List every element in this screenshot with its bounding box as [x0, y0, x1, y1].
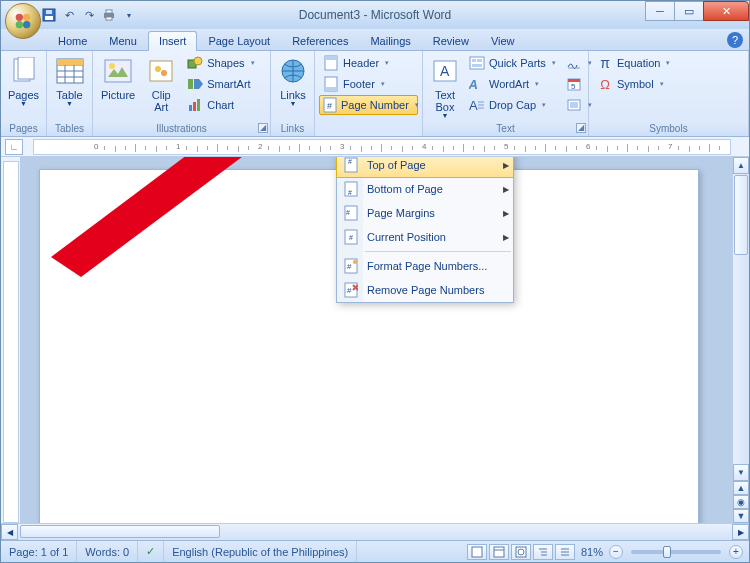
chart-button[interactable]: Chart — [183, 95, 258, 115]
scroll-left-button[interactable]: ◀ — [1, 524, 18, 540]
close-button[interactable]: ✕ — [703, 1, 749, 21]
chevron-down-icon: ▾ — [251, 59, 255, 67]
tab-references[interactable]: References — [281, 31, 359, 50]
tab-selector[interactable]: ∟ — [5, 139, 23, 155]
chevron-down-icon: ▾ — [542, 101, 546, 109]
maximize-button[interactable]: ▭ — [674, 1, 704, 21]
vertical-scrollbar[interactable]: ▲ ▼ ▲ ◉ ▼ — [732, 157, 749, 523]
view-full-screen[interactable] — [489, 544, 509, 560]
view-outline[interactable] — [533, 544, 553, 560]
tab-mailings[interactable]: Mailings — [359, 31, 421, 50]
dialog-launcher-icon[interactable]: ◢ — [258, 123, 268, 133]
view-draft[interactable] — [555, 544, 575, 560]
redo-icon[interactable]: ↷ — [81, 7, 97, 23]
wordart-button[interactable]: AWordArt▾ — [465, 74, 560, 94]
zoom-out-button[interactable]: − — [609, 545, 623, 559]
group-header-footer: Header▾ Footer▾ #Page Number▾ Header & F… — [315, 51, 423, 136]
svg-rect-32 — [197, 99, 200, 111]
tab-insert[interactable]: Insert — [148, 31, 198, 51]
status-proofing[interactable]: ✓ — [138, 541, 164, 562]
menu-remove-page-numbers[interactable]: # Remove Page Numbers — [337, 278, 513, 302]
scroll-right-button[interactable]: ▶ — [732, 524, 749, 540]
svg-rect-74 — [494, 547, 504, 557]
minimize-button[interactable]: ─ — [645, 1, 675, 21]
smartart-button[interactable]: SmartArt — [183, 74, 258, 94]
remove-numbers-icon: # — [341, 282, 361, 298]
help-button[interactable]: ? — [727, 32, 743, 48]
menu-top-of-page[interactable]: # Top of Page ▶ — [336, 157, 514, 178]
svg-text:#: # — [327, 101, 332, 111]
view-web-layout[interactable] — [511, 544, 531, 560]
svg-text:#: # — [348, 158, 352, 165]
symbol-button[interactable]: ΩSymbol▾ — [593, 74, 674, 94]
dropcap-button[interactable]: ADrop Cap▾ — [465, 95, 560, 115]
zoom-slider[interactable] — [631, 550, 721, 554]
footer-button[interactable]: Footer▾ — [319, 74, 418, 94]
group-label-text: Text◢ — [423, 121, 588, 136]
svg-rect-45 — [472, 64, 482, 67]
status-page[interactable]: Page: 1 of 1 — [1, 541, 77, 562]
current-position-icon: # — [341, 229, 361, 245]
qat-more-icon[interactable]: ▾ — [121, 7, 137, 23]
tab-page-layout[interactable]: Page Layout — [197, 31, 281, 50]
header-button[interactable]: Header▾ — [319, 53, 418, 73]
zoom-in-button[interactable]: + — [729, 545, 743, 559]
undo-icon[interactable]: ↶ — [61, 7, 77, 23]
top-of-page-icon: # — [341, 157, 361, 173]
status-language[interactable]: English (Republic of the Philippines) — [164, 541, 357, 562]
menu-bottom-of-page[interactable]: # Bottom of Page ▶ — [337, 177, 513, 201]
menu-current-position[interactable]: # Current Position ▶ — [337, 225, 513, 249]
horizontal-ruler[interactable]: 01234567 — [33, 139, 731, 155]
next-page-button[interactable]: ▼ — [733, 509, 749, 523]
status-words[interactable]: Words: 0 — [77, 541, 138, 562]
svg-rect-22 — [150, 61, 172, 81]
prev-page-button[interactable]: ▲ — [733, 481, 749, 495]
tab-menu[interactable]: Menu — [98, 31, 148, 50]
object-icon — [566, 97, 582, 113]
bottom-of-page-icon: # — [341, 181, 361, 197]
zoom-level[interactable]: 81% — [581, 546, 603, 558]
svg-rect-9 — [106, 17, 112, 20]
tab-view[interactable]: View — [480, 31, 526, 50]
quickparts-button[interactable]: Quick Parts▾ — [465, 53, 560, 73]
chevron-down-icon: ▾ — [552, 59, 556, 67]
dialog-launcher-icon[interactable]: ◢ — [576, 123, 586, 133]
table-button[interactable]: Table ▼ — [51, 53, 88, 109]
page-number-icon: # — [323, 97, 337, 113]
svg-text:#: # — [346, 209, 350, 216]
page-number-button[interactable]: #Page Number▾ — [319, 95, 418, 115]
vertical-ruler[interactable] — [1, 157, 21, 523]
chevron-down-icon: ▾ — [381, 80, 385, 88]
clipart-button[interactable]: Clip Art — [141, 53, 181, 115]
window-title: Document3 - Microsoft Word — [299, 8, 452, 22]
scroll-thumb[interactable] — [734, 175, 748, 255]
shapes-button[interactable]: Shapes▾ — [183, 53, 258, 73]
svg-rect-27 — [188, 79, 193, 89]
document-area: ▲ ▼ ▲ ◉ ▼ # Top of Page ▶ # Bottom of Pa… — [1, 157, 749, 523]
quick-access-toolbar: ↶ ↷ ▾ — [41, 7, 137, 23]
tab-review[interactable]: Review — [422, 31, 480, 50]
menu-format-page-numbers[interactable]: # Format Page Numbers... — [337, 254, 513, 278]
horizontal-scrollbar[interactable]: ◀ ▶ — [1, 523, 749, 540]
titlebar: ↶ ↷ ▾ Document3 - Microsoft Word ─ ▭ ✕ — [1, 1, 749, 29]
equation-button[interactable]: πEquation▾ — [593, 53, 674, 73]
links-button[interactable]: Links ▼ — [275, 53, 311, 109]
submenu-arrow-icon: ▶ — [503, 161, 509, 170]
tab-home[interactable]: Home — [47, 31, 98, 50]
browse-object-button[interactable]: ◉ — [733, 495, 749, 509]
picture-button[interactable]: Picture — [97, 53, 139, 103]
hscroll-thumb[interactable] — [20, 525, 220, 538]
view-print-layout[interactable] — [467, 544, 487, 560]
svg-rect-35 — [325, 56, 337, 60]
horizontal-ruler-bar: ∟ 01234567 — [1, 137, 749, 157]
office-button[interactable] — [5, 3, 41, 39]
textbox-button[interactable]: A Text Box ▼ — [427, 53, 463, 121]
print-icon[interactable] — [101, 7, 117, 23]
scroll-up-button[interactable]: ▲ — [733, 157, 749, 174]
shapes-icon — [187, 55, 203, 71]
scroll-down-button[interactable]: ▼ — [733, 464, 749, 481]
menu-page-margins[interactable]: # Page Margins ▶ — [337, 201, 513, 225]
save-icon[interactable] — [41, 7, 57, 23]
pages-button[interactable]: Pages ▼ — [5, 53, 42, 109]
group-tables: Table ▼ Tables — [47, 51, 93, 136]
